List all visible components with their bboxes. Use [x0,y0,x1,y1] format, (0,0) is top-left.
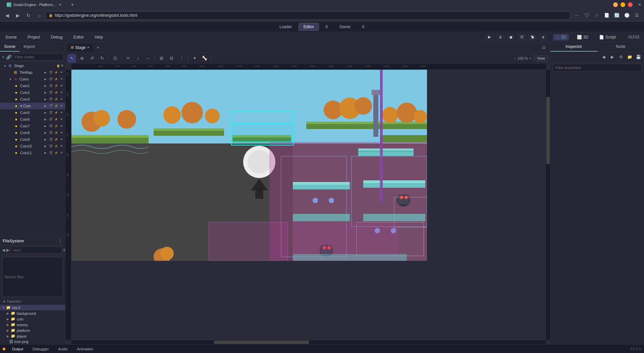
tree-item-stage[interactable]: ▼ ⊙ Stage 🔒 👁 [0,62,65,69]
audio-tab[interactable]: Audio [55,346,70,352]
history-icon[interactable]: 🕐 [623,11,631,20]
pause-button[interactable]: ⏸ [495,34,505,41]
close-window-button[interactable] [628,2,633,7]
menu-editor[interactable]: Editor [71,34,87,41]
forward-button[interactable]: ▶ [13,11,22,20]
pan-tool[interactable]: ↕ [134,54,143,63]
tree-item-tilemap[interactable]: ▶ ⊞ TileMap ▶ 🎬 ⚡ 👁 [0,69,65,76]
extensions-icon[interactable]: ⋯ [572,11,581,20]
select-tool[interactable]: ↖ [67,54,76,63]
menu-help[interactable]: Help [92,34,106,41]
stop-button[interactable]: ⏹ [506,34,516,41]
bookmark-icon[interactable]: ☆ [592,11,601,20]
group-tool[interactable]: ⋮ [177,54,186,63]
v-scrollbar-thumb[interactable] [546,97,550,165]
fs-search-input[interactable] [2,257,63,297]
eye-action-coins[interactable]: 👁 [59,77,64,81]
output-tab[interactable]: Output [9,346,26,352]
browser-tab-active[interactable]: G Godot Engine - Platform… ✕ [3,1,66,8]
play-action-tilemap[interactable]: ▶ [43,70,48,75]
tab-x1[interactable]: X [320,23,333,31]
inspector-settings-icon[interactable]: ⚙ [617,53,625,61]
window-close-x[interactable]: ✕ [638,2,641,7]
move-tool[interactable]: ⊕ [77,54,86,63]
shield-icon[interactable]: 🛡 [582,11,591,20]
play-action-coins[interactable]: ▶ [43,77,48,81]
rotate-tool[interactable]: ↺ [88,54,96,63]
add-node-button[interactable]: + [2,53,5,61]
filesystem-search[interactable] [11,246,62,254]
view-button[interactable]: View [534,55,548,62]
fs-item-coin[interactable]: ▶ 📁 coin [0,316,65,322]
tree-item-coin4[interactable]: ● 4 Coin ▶ 🎬 ⚡ 👁 [0,103,65,109]
tree-item-coin5[interactable]: ● Coin5 ▶ 🎬 ⚡ 👁 [0,109,65,116]
mode-3d-button[interactable]: ⬜ 3D [574,34,591,41]
film-action-coins[interactable]: 🎬 [48,77,53,81]
mode-2d-button[interactable]: ⬚ 2D [553,34,569,41]
h-scrollbar[interactable] [71,340,546,344]
fs-item-enemy[interactable]: ▶ 📁 enemy [0,322,65,328]
minimize-button[interactable] [613,2,618,7]
tab-close-button[interactable]: ✕ [59,3,62,7]
fs-item-background[interactable]: ▶ 📁 background [0,310,65,316]
sync-icon[interactable]: 🔄 [612,11,621,20]
back-button[interactable]: ◀ [3,11,11,20]
ruler-tool[interactable]: ↔ [144,54,153,63]
zoom-out-icon[interactable]: − [514,56,516,60]
inspector-tab[interactable]: Inspector [550,42,597,52]
link-button[interactable]: 🔗 [6,53,11,61]
editor-tab-stage-close[interactable]: ✕ [87,46,90,49]
game-canvas[interactable] [71,70,550,344]
inspector-history-back[interactable]: ◀ [600,53,607,61]
maximize-button[interactable] [621,2,625,7]
lock-tool[interactable]: ⊟ [167,54,176,63]
v-scrollbar[interactable] [546,70,550,340]
editor-tab-stage[interactable]: ⊞ Stage ✕ [67,44,93,51]
tree-item-coin1[interactable]: ● Coin1 ▶ 🎬 ⚡ 👁 [0,82,65,89]
h-scrollbar-thumb[interactable] [214,341,309,344]
fs-item-res[interactable]: ▼ 📁 res:// [0,305,65,310]
tree-item-coin2[interactable]: ● Coin2 ▶ 🎬 ⚡ 👁 [0,89,65,96]
fs-forward-icon[interactable]: ▶ [6,248,9,252]
scene-tab[interactable]: Scene [0,42,19,52]
tree-item-coin7[interactable]: ● Coin7 ▶ 🎬 ⚡ 👁 [0,123,65,129]
snap-tool[interactable]: ⊞ [157,54,166,63]
animation-tab[interactable]: Animation [74,346,96,352]
menu-project[interactable]: Project [25,34,43,41]
rect-tool[interactable]: ⊡ [111,54,119,63]
tree-item-coins[interactable]: ▼ ○ Coins ▶ 🎬 ⚡ 👁 [0,76,65,82]
tree-item-coin3[interactable]: ● Coin3 ▶ 🎬 ⚡ 👁 [0,96,65,103]
mode-script-button[interactable]: 📄 Script [596,34,619,41]
debugger-tab[interactable]: Debugger [30,346,51,352]
fs-item-player[interactable]: ▶ 📁 player [0,333,65,339]
filter-nodes-input[interactable] [13,53,64,61]
screenshot-button[interactable]: 🖥 [538,34,548,41]
refresh-button[interactable]: ↻ [24,11,33,20]
menu-icon[interactable]: ☰ [633,11,641,20]
inspector-history-forward[interactable]: ▶ [608,53,616,61]
bookmarks-list-icon[interactable]: 📑 [602,11,611,20]
eye-icon-stage[interactable]: 👁 [61,64,64,67]
import-tab[interactable]: Import [19,42,39,52]
pivot-tool[interactable]: ✦ [190,54,199,63]
fs-back-icon[interactable]: ◀ [2,248,5,252]
scale-tool[interactable]: ↻ [98,54,106,63]
tree-item-coin11[interactable]: ● Coin11 ▶ 🎬 ⚡ 👁 [0,150,65,156]
fs-panel-menu[interactable]: ⋮ [58,239,62,243]
film-action-tilemap[interactable]: 🎬 [48,70,53,75]
tree-item-coin6[interactable]: ● Coin6 ▶ 🎬 ⚡ 👁 [0,116,65,123]
canvas-area[interactable]: 700 750 800 850 900 950 1000 1050 1100 1… [65,64,550,344]
inspector-save-icon[interactable]: 💾 [635,53,642,61]
node-tab[interactable]: Node [597,42,644,52]
tree-item-coin8[interactable]: ● Coin8 ▶ 🎬 ⚡ 👁 [0,129,65,136]
inspector-folder-icon[interactable]: 📁 [626,53,633,61]
filter-properties-input[interactable] [552,64,642,72]
remote-button[interactable]: 📡 [528,34,537,41]
bone-tool[interactable]: 🦴 [200,54,209,63]
tab-editor[interactable]: Editor [299,23,319,31]
fs-item-icon[interactable]: 🖼 icon.png [0,339,65,344]
url-bar[interactable]: 🔒 https://godotengine.org/online/godot.t… [46,11,570,20]
signal-action-tilemap[interactable]: ⚡ [54,70,58,75]
zoom-in-icon[interactable]: + [529,56,531,60]
tree-item-coin9[interactable]: ● Coin9 ▶ 🎬 ⚡ 👁 [0,136,65,143]
